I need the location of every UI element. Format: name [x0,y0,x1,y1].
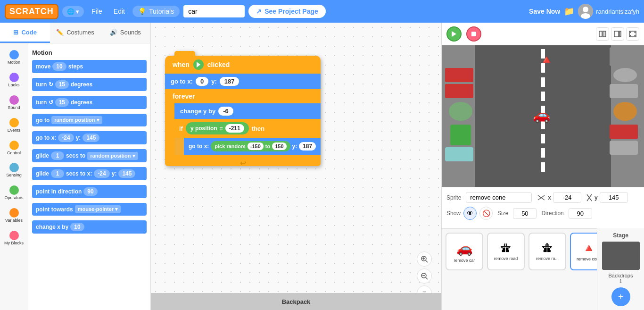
backdrops-count: 1 [619,278,622,284]
category-variables[interactable]: Variables [3,206,25,225]
cone-sprite: 🔺 [539,52,554,67]
file-menu[interactable]: File [88,6,106,17]
svg-rect-13 [614,31,619,37]
sprite-name-input[interactable] [466,192,532,203]
y-coord-area: y [586,192,628,203]
save-now-button[interactable]: Save Now [529,8,560,15]
show-controls: Show 👁 🚫 [446,207,493,220]
y-input[interactable] [600,192,628,203]
language-button[interactable]: 🌐 ▾ [62,6,84,17]
block-goto-xy-code: go to x: 0 y: 187 [165,74,321,89]
decoration-left [444,45,477,187]
block-turn-left[interactable]: turn ↺ 15 degrees [32,96,147,109]
y-label: y [594,194,598,201]
direction-input[interactable] [569,208,592,219]
svg-rect-12 [603,31,606,37]
edit-menu[interactable]: Edit [110,6,129,17]
block-goto[interactable]: go to random position ▾ [32,114,147,126]
navbar: SCRATCH 🌐 ▾ File Edit 💡 Tutorials ↗ See … [0,0,644,23]
tab-sounds[interactable]: 🔊 Sounds [100,23,150,43]
category-events[interactable]: Events [3,116,25,135]
stage-mini-thumbnail[interactable] [602,242,640,270]
tutorials-button[interactable]: 💡 Tutorials [132,6,180,17]
main-layout: ⊞ Code ✏️ Costumes 🔊 Sounds Motion [0,23,644,310]
block-turn-right[interactable]: turn ↻ 15 degrees [32,78,147,91]
blocks-section-title: Motion [32,49,147,56]
code-editor[interactable]: when clicked go to x: 0 y: 187 forever [151,23,441,310]
tab-costumes[interactable]: ✏️ Costumes [50,23,100,43]
folder-button[interactable]: 📁 [564,6,574,17]
user-area[interactable]: randriantsizafyh [578,4,639,19]
goto-x-val[interactable]: 0 [196,77,208,86]
lightbulb-icon: 💡 [138,8,146,15]
sprite-thumb-cone-name: remove cone [576,257,597,261]
block-goto-xy[interactable]: go to x: -24 y: 145 [32,131,147,144]
see-project-button[interactable]: ↗ See Project Page [248,5,326,18]
stage-road: 🔺 🚗 [442,45,644,187]
svg-rect-14 [619,31,621,37]
blocks-list: Motion move 10 steps turn ↻ 15 degrees t… [28,43,150,310]
green-flag-button[interactable] [446,26,462,42]
random-from-val[interactable]: -150 [248,142,264,150]
tab-code[interactable]: ⊞ Code [0,23,50,43]
svg-line-4 [426,260,428,262]
category-sensing[interactable]: Sensing [3,161,25,180]
show-visible-button[interactable]: 👁 [463,207,477,220]
sprite-thumb-road2-name: remove ro... [535,256,560,261]
green-flag-icon [193,59,204,70]
category-motion[interactable]: Motion [3,48,25,67]
size-input[interactable] [513,208,537,219]
sprite-thumb-car[interactable]: 🚗 remove car [446,233,483,270]
block-move[interactable]: move 10 steps [32,60,147,73]
sprite-thumb-cone[interactable]: ✕ 🔺 remove cone [570,233,597,270]
sound-icon: 🔊 [110,29,117,36]
change-y-val[interactable]: -6 [218,107,233,116]
backpack-bar[interactable]: Backpack [151,293,441,310]
block-point-direction[interactable]: point in direction 90 [32,185,147,198]
category-operators[interactable]: Operators [3,184,25,202]
block-forever-end: ↩ [165,159,321,166]
condition-val[interactable]: -211 [225,124,244,133]
show-hidden-button[interactable]: 🚫 [479,207,493,220]
block-forever: forever [165,89,321,103]
zoom-out-button[interactable] [417,268,432,284]
svg-point-2 [581,13,590,19]
scratch-logo: SCRATCH [5,4,58,19]
stage-small-layout[interactable] [596,27,609,41]
zoom-in-button[interactable] [417,251,432,267]
category-sound[interactable]: Sound [3,93,25,112]
left-panel: ⊞ Code ✏️ Costumes 🔊 Sounds Motion [0,23,151,310]
stage-controls [442,23,644,45]
backdrops-label: Backdrops [609,273,633,278]
add-backdrop-button[interactable]: + [611,287,630,306]
block-glide-to[interactable]: glide 1 secs to random position ▾ [32,149,147,162]
sprite-thumb-road1[interactable]: 🛣 remove road [487,233,525,270]
block-row-goto-random: go to x: pick random -150 to 150 y: 187 [165,138,321,155]
category-control[interactable]: Control [3,139,25,158]
goto-y2-val[interactable]: 187 [299,142,316,151]
bottom-right-area: 🚗 remove car 🛣 remove road 🛣 remove ro..… [442,228,644,310]
sprite-info-row-2: Show 👁 🚫 Size Direction [446,207,639,220]
backpack-label: Backpack [282,298,311,305]
svg-rect-10 [471,32,476,36]
block-point-towards[interactable]: point towards mouse-pointer ▾ [32,203,147,216]
goto-y-val[interactable]: 187 [220,77,239,86]
user-avatar [578,4,593,19]
stage-medium-layout[interactable] [611,27,624,41]
block-glide-xy[interactable]: glide 1 secs to x: -24 y: 145 [32,167,147,180]
random-to-val[interactable]: 150 [272,142,286,150]
project-name-input[interactable] [183,5,245,17]
category-myblocks[interactable]: My Blocks [3,229,25,248]
sprite-thumb-road2[interactable]: 🛣 remove ro... [528,233,566,270]
sprite-list: 🚗 remove car 🛣 remove road 🛣 remove ro..… [442,228,597,310]
username-label: randriantsizafyh [596,8,639,15]
stop-button[interactable] [466,26,481,42]
clicked-text: clicked [207,61,230,68]
x-input[interactable] [553,192,581,203]
block-change-x[interactable]: change x by 10 [32,220,147,234]
fullscreen-button[interactable] [626,27,639,41]
when-flag-text: when [173,61,190,68]
category-looks[interactable]: Looks [3,71,25,90]
editor-tabs: ⊞ Code ✏️ Costumes 🔊 Sounds [0,23,150,43]
stage-layout-buttons [596,27,639,41]
